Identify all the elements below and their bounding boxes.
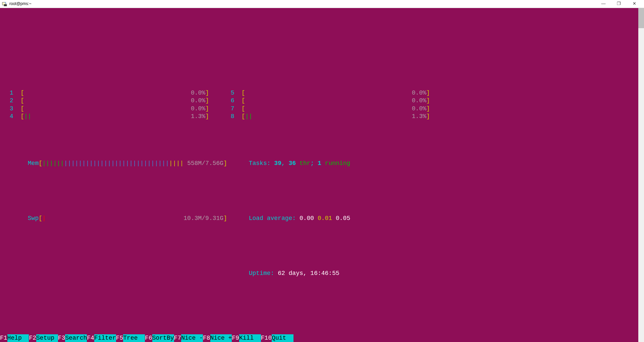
fkey-label-f10[interactable]: Quit (272, 334, 293, 342)
putty-icon (2, 1, 7, 7)
close-button[interactable]: ✕ (627, 0, 642, 8)
cpu-3-pct: 0.0% (191, 105, 205, 112)
fkey-label-f9[interactable]: Kill (239, 334, 261, 342)
cpu-5-label: 5 (227, 90, 234, 96)
fkey-f3[interactable]: F3 (58, 334, 65, 342)
fkey-f1[interactable]: F1 (0, 334, 7, 342)
vertical-scrollbar[interactable] (638, 8, 644, 342)
fkey-f5[interactable]: F5 (116, 334, 123, 342)
cpu-1-label: 1 (6, 90, 13, 96)
minimize-button[interactable]: — (596, 0, 611, 8)
fkey-label-f7[interactable]: Nice - (181, 334, 203, 342)
fkey-label-f2[interactable]: Setup (36, 334, 58, 342)
cpu-7-label: 7 (227, 105, 234, 112)
cpu-2-pct: 0.0% (191, 97, 205, 104)
fkey-f2[interactable]: F2 (29, 334, 36, 342)
fkey-f10[interactable]: F10 (261, 334, 272, 342)
fkey-f4[interactable]: F4 (87, 334, 94, 342)
uptime-value: 62 days, 16:46:55 (278, 270, 339, 277)
cpu-4-label: 4 (6, 113, 13, 120)
window-titlebar: root@pms:~ — ❐ ✕ (0, 0, 644, 8)
cpu-4-pct: 1.3% (191, 113, 205, 120)
cpu-1-pct: 0.0% (191, 90, 205, 96)
terminal-viewport[interactable]: 1 [ 0.0%] 5 [ 0.0%] 2 [ 0.0%] 6 [ (0, 8, 644, 342)
scrollbar-thumb[interactable] (638, 8, 644, 28)
fkey-label-f6[interactable]: SortBy (152, 334, 174, 342)
svg-rect-1 (4, 4, 7, 6)
fkey-label-f3[interactable]: Search (65, 334, 87, 342)
cpu-8-label: 8 (227, 113, 234, 120)
mem-label: Mem (28, 160, 39, 167)
window-title: root@pms:~ (9, 1, 32, 7)
fkey-label-f5[interactable]: Tree (123, 334, 145, 342)
fkey-f7[interactable]: F7 (174, 334, 181, 342)
function-key-bar: F1Help F2Setup F3SearchF4FilterF5Tree F6… (0, 334, 638, 342)
cpu-5-pct: 0.0% (412, 90, 426, 96)
cpu-7-pct: 0.0% (412, 105, 426, 112)
fkey-label-f8[interactable]: Nice + (210, 334, 232, 342)
fkey-label-f4[interactable]: Filter (94, 334, 116, 342)
cpu-6-label: 6 (227, 97, 234, 104)
fkey-label-f1[interactable]: Help (7, 334, 29, 342)
cpu-6-pct: 0.0% (412, 97, 426, 104)
cpu-3-label: 3 (6, 105, 13, 112)
fkey-f6[interactable]: F6 (145, 334, 152, 342)
swap-label: Swp (28, 215, 39, 222)
cpu-2-label: 2 (6, 97, 13, 104)
fkey-f8[interactable]: F8 (203, 334, 210, 342)
fkey-f9[interactable]: F9 (232, 334, 239, 342)
cpu-8-pct: 1.3% (412, 113, 426, 120)
tasks-count: 39 (274, 160, 281, 167)
maximize-button[interactable]: ❐ (611, 0, 627, 8)
